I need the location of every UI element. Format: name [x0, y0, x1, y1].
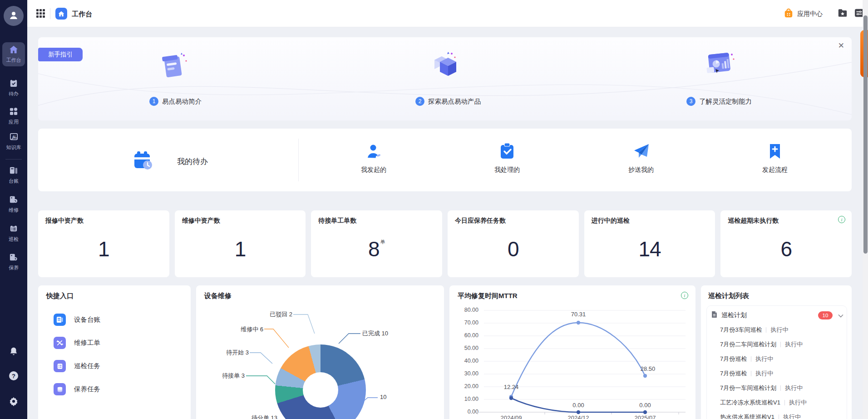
user-icon [8, 10, 19, 22]
plan-item[interactable]: 工艺冷冻水系统巡检V1执行中 [720, 399, 807, 407]
stat-value: 1 [175, 237, 306, 261]
stat-title: 报修中资产数 [45, 217, 162, 225]
workbench-page: 工作台 待办 应用 AI 知识库 台账 [0, 0, 868, 419]
intro-illustration [159, 51, 189, 85]
plan-item[interactable]: 7月份一车间巡检计划执行中 [720, 384, 803, 392]
quick-entry-inspection-task[interactable]: 巡检任务 [54, 360, 100, 372]
stat-card-inspections-in-progress: 进行中的巡检 14 [584, 210, 715, 277]
stat-value: 8单 [311, 237, 442, 261]
topbar: 工作台 应用中心 [27, 0, 868, 27]
sidebar-item-maintenance[interactable]: 保养 [0, 253, 27, 271]
sidebar-item-knowledge[interactable]: AI 知识库 [0, 133, 27, 151]
pie-label-to-start: 待开始 3 [226, 349, 249, 357]
pie-label-unnamed: 10 [380, 394, 386, 400]
page-title: 工作台 [72, 10, 92, 19]
sidebar-divider [5, 159, 22, 160]
plan-group-header[interactable]: 巡检计划 10 [711, 311, 843, 320]
stat-card-assets-in-repair: 维修中资产数 1 [175, 210, 306, 277]
close-icon[interactable]: ✕ [838, 42, 844, 50]
maintenance-task-icon [54, 383, 66, 395]
stat-unit: 单 [380, 239, 385, 244]
chevron-down-icon[interactable] [838, 311, 843, 319]
start-process-button[interactable]: 发起流程 [748, 139, 802, 174]
plan-name: 7月份巡检 [720, 355, 747, 363]
bookmark-plus-icon [768, 139, 782, 160]
stat-value: 0 [448, 237, 579, 261]
divider [766, 327, 766, 333]
cc-to-me-button[interactable]: 抄送我的 [614, 139, 668, 174]
equipment-repair-chart-panel: 设备维修 已驳回 2 维修中 6 待开始 3 待接单 3 待分单 13 已完成 [196, 285, 444, 419]
settings-button[interactable] [0, 396, 27, 408]
product-illustration [426, 48, 459, 83]
sidebar-item-label: 应用 [9, 119, 19, 125]
count-badge: 10 [818, 311, 833, 319]
newbie-guide-banner: 新手指引 ✕ 1 易点易动简介 2 探索易点易动产品 3 了解灵活定制能力 [38, 37, 852, 120]
my-initiated-button[interactable]: 我发起的 [346, 139, 401, 174]
todo-divider [298, 139, 299, 181]
ai-book-icon: AI [10, 133, 18, 143]
stat-title: 巡检超期未执行数 [728, 217, 844, 225]
plan-item[interactable]: 7月份巡检执行中 [720, 355, 773, 363]
status-badge: 执行中 [785, 340, 803, 349]
quick-entry-ledger[interactable]: 设备台账 [54, 314, 100, 326]
status-badge: 执行中 [785, 384, 803, 392]
sidebar-item-ledger[interactable]: 台账 [0, 166, 27, 185]
stat-card-overdue-inspections: 巡检超期未执行数 i 6 [720, 210, 852, 277]
sidebar-item-label: 维修 [9, 207, 19, 214]
stat-value: 1 [38, 237, 169, 261]
point-label: 0.00 [562, 402, 594, 409]
plan-name: 7月份巡检 [720, 369, 747, 378]
plan-name: 7月份3车间巡检 [720, 326, 762, 334]
user-avatar[interactable] [4, 6, 24, 26]
x-tick: 2024/09 [493, 414, 529, 419]
app-launcher-icon[interactable] [36, 9, 45, 18]
app-center-button[interactable]: 应用中心 [784, 8, 823, 20]
status-badge: 执行中 [789, 399, 807, 407]
quick-entry-label: 巡检任务 [74, 362, 100, 370]
favorites-folder-button[interactable] [837, 9, 848, 19]
plan-item[interactable]: 7月份3车间巡检执行中 [720, 326, 788, 334]
plan-item[interactable]: 7月份巡检执行中 [720, 369, 773, 378]
main-content: 新手指引 ✕ 1 易点易动简介 2 探索易点易动产品 3 了解灵活定制能力 [27, 27, 868, 419]
pie-label-to-accept: 待接单 3 [222, 372, 245, 380]
stat-card-today-maintenance: 今日应保养任务数 0 [448, 210, 579, 277]
scrollbar-thumb[interactable] [863, 15, 868, 254]
sidebar-item-workbench[interactable]: 工作台 [2, 42, 25, 66]
shopping-bag-icon [784, 8, 794, 20]
apps-icon [10, 107, 18, 117]
my-processed-button[interactable]: 我处理的 [480, 139, 534, 174]
divider [751, 356, 751, 362]
plan-item[interactable]: 热水供水系统巡检V1执行中 [720, 413, 801, 419]
todo-title: 我的待办 [177, 156, 208, 167]
divider [751, 371, 751, 376]
divider [780, 385, 781, 391]
quick-entry-repair-order[interactable]: 维修工单 [54, 337, 100, 349]
help-button[interactable]: ? [0, 370, 27, 383]
guide-step-3[interactable]: 3 了解灵活定制能力 [686, 97, 752, 106]
plan-item[interactable]: 7月份二车间巡检计划执行中 [720, 340, 803, 349]
x-tick: 2025/07 [627, 414, 663, 419]
info-icon[interactable]: i [838, 216, 845, 223]
quick-entry-maintenance-task[interactable]: 保养任务 [54, 383, 100, 395]
action-label: 发起流程 [762, 166, 788, 174]
sidebar-item-repair[interactable]: 维修 [0, 195, 27, 214]
inspection-task-icon [54, 360, 66, 372]
sidebar-item-todo[interactable]: 待办 [0, 79, 27, 97]
divider [779, 414, 779, 419]
chart-title: 设备维修 [204, 292, 232, 300]
bottom-panels-row: 快捷入口 设备台账 维修工单 巡检任务 [38, 285, 852, 419]
notifications-button[interactable] [0, 346, 27, 358]
stat-card-pending-orders: 待接单工单数 8单 [311, 210, 442, 277]
guide-step-1[interactable]: 1 易点易动简介 [149, 97, 202, 106]
step-label: 探索易点易动产品 [428, 97, 481, 106]
step-number: 1 [149, 97, 158, 106]
sidebar-item-label: 工作台 [6, 57, 21, 64]
guide-step-2[interactable]: 2 探索易点易动产品 [415, 97, 481, 106]
sidebar-item-apps[interactable]: 应用 [0, 107, 27, 125]
divider [780, 342, 781, 347]
document-icon [711, 311, 718, 320]
sidebar-item-inspection[interactable]: 巡检 [0, 224, 27, 243]
repair-icon [10, 195, 18, 205]
action-label: 我处理的 [494, 166, 520, 174]
step-label: 易点易动简介 [162, 97, 202, 106]
